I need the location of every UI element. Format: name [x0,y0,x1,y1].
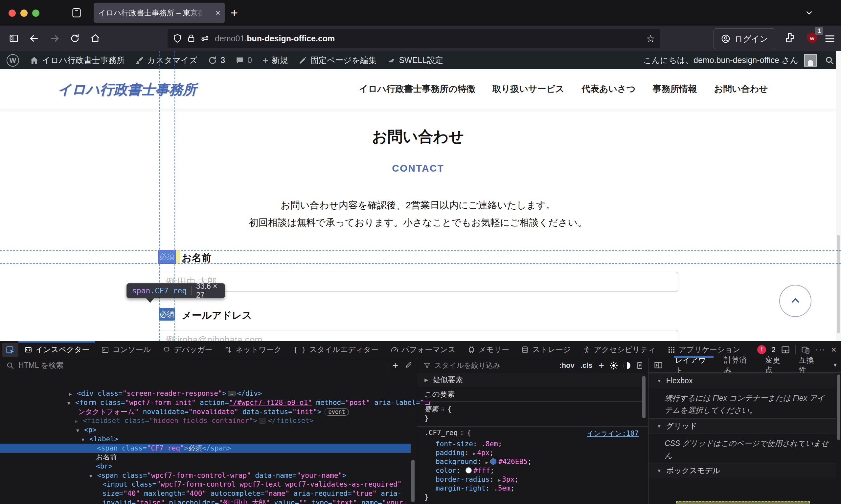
window-close-button[interactable] [8,10,16,17]
markup-line[interactable]: <input class="wpcf7-form-control wpcf7-t… [103,480,401,489]
scroll-to-top-button[interactable] [779,285,811,317]
browser-tab[interactable]: イロハ行政書士事務所 – 東京都港区の行 × [93,3,225,23]
devtools-close-icon[interactable]: × [831,344,836,355]
css-property[interactable]: background: ▶#426EB5; [435,458,532,466]
devtools-tab-performance[interactable]: パフォーマンス [385,341,462,358]
markup-line[interactable]: ▼<span class="wpcf7-form-control-wrap" d… [89,471,347,480]
page-scrollbar[interactable] [836,51,841,341]
devtools-tab-debugger[interactable]: デバッガー [157,341,218,358]
nav-item-features[interactable]: イロハ行政書士事務所の特徴 [359,83,475,95]
site-logo[interactable]: イロハ行政書士事務所 [57,80,196,99]
lock-icon[interactable] [187,34,196,43]
admin-updates[interactable]: 3 [203,51,230,69]
cf7-rule-selector[interactable]: .CF7_req⠿{ [425,429,471,437]
css-property[interactable]: border-radius: ▶3px; [435,475,519,483]
nav-item-services[interactable]: 取り扱いサービス [493,83,564,95]
layout-scrollbar-thumb[interactable] [837,374,840,440]
devtools-tab-console[interactable]: コンソール [95,341,157,358]
element-style-rule[interactable]: 要素⠿{ [425,404,452,414]
eyedropper-icon[interactable] [404,361,412,370]
window-minimize-button[interactable] [20,10,28,17]
markup-line[interactable]: お名前 [96,452,117,462]
markup-line[interactable]: ▶<div class="screen-reader-response">…</… [69,389,262,398]
bookmark-star-icon[interactable]: ☆ [646,33,655,44]
responsive-mode-icon[interactable] [801,345,810,354]
markup-line[interactable]: <br> [96,462,113,471]
admin-edit-page[interactable]: 固定ページを編集 [293,51,382,69]
hov-toggle[interactable]: :hov [559,361,574,370]
tab-computed[interactable]: 計算済み [724,358,753,373]
three-pane-toggle-icon[interactable] [653,361,663,370]
boxmodel-margin-box[interactable]: margin 0 [676,501,810,504]
styles-scrollbar-thumb[interactable] [642,376,646,418]
nav-item-greeting[interactable]: 代表あいさつ [582,83,636,95]
admin-greeting[interactable]: こんにちは、demo.bun-design-office さん [643,55,798,66]
reload-button[interactable] [67,31,83,46]
css-property[interactable]: margin-right: .5em; [435,484,514,492]
page-scrollbar-thumb[interactable] [837,235,840,334]
sidebar-toggle-icon[interactable] [6,31,22,46]
styles-scrollbar[interactable] [641,373,646,504]
stylesheet-link-inline[interactable]: インライン:107 [587,429,639,438]
dark-mode-icon[interactable] [622,361,631,370]
admin-customize[interactable]: カスタマイズ [130,51,203,69]
nav-item-office-info[interactable]: 事務所情報 [652,83,697,95]
boxmodel-section-header[interactable]: ▼ボックスモデル [649,463,836,478]
permissions-icon[interactable] [201,34,210,43]
home-button[interactable] [87,31,103,46]
print-media-icon[interactable] [636,361,643,370]
layout-scrollbar[interactable] [836,373,841,504]
html-search-input[interactable]: HTML を検索 [18,360,64,371]
cls-toggle[interactable]: .cls [581,361,593,370]
sidebar-tabs-overflow-icon[interactable]: ▼ [833,362,838,368]
markup-line[interactable]: ▶<fieldset class="hidden-fields-containe… [75,416,314,425]
admin-swell-settings[interactable]: SWELL設定 [382,51,448,69]
markup-scrollbar-thumb[interactable] [411,460,415,502]
name-input[interactable] [158,272,679,292]
back-button[interactable] [26,31,42,46]
color-swatch[interactable] [465,467,472,473]
firefox-view-icon[interactable] [71,7,82,18]
tab-overflow-chevron-icon[interactable] [804,8,814,18]
devtools-tab-network[interactable]: ネットワーク [219,341,288,358]
error-badge-icon[interactable]: ! [757,345,766,354]
markup-line[interactable]: ▼<p> [76,425,97,434]
tab-close-icon[interactable]: × [216,8,220,18]
email-input[interactable] [158,330,679,341]
devtools-tab-storage[interactable]: ストレージ [515,341,577,358]
styles-filter-input[interactable]: スタイルを絞り込み [434,361,501,371]
url-bar[interactable]: demo01.bun-design-office.com ☆ [168,29,660,48]
markup-line[interactable]: invalid="false" placeholder="例:田中 太郎" va… [103,498,407,504]
admin-search-icon[interactable] [825,55,835,65]
color-swatch[interactable] [490,458,496,465]
wp-logo-menu[interactable]: W [0,51,24,69]
markup-line[interactable]: ▼<form class="wpcf7-form init" action="/… [67,398,431,407]
flexbox-section-header[interactable]: ▼Flexbox [649,373,836,388]
admin-site-name[interactable]: イロハ行政書士事務所 [24,51,130,69]
tracking-shield-icon[interactable] [173,34,182,43]
firefox-account-login-button[interactable]: ログイン [714,28,775,49]
devtools-tab-inspector[interactable]: インスペクター [18,341,95,358]
nav-item-contact[interactable]: お問い合わせ [714,83,768,95]
window-zoom-button[interactable] [32,10,39,17]
admin-comments[interactable]: 0 [230,51,257,69]
markup-line-selected[interactable]: <span class="CF7_req">必須</span> [0,444,411,453]
forward-button[interactable] [47,31,63,46]
devtools-tab-accessibility[interactable]: アクセシビリティ [577,341,662,358]
css-property[interactable]: padding: ▶4px; [435,449,494,457]
new-tab-button[interactable]: + [230,6,238,20]
tab-layout[interactable]: レイアウト [675,358,712,373]
admin-new[interactable]: + 新規 [257,51,293,69]
markup-line[interactable]: ンタクトフォーム" novalidate="novalidate" data-s… [78,407,349,416]
add-node-button[interactable]: + [392,360,398,371]
markup-line[interactable]: size="40" maxlength="400" autocomplete="… [103,489,401,498]
avatar[interactable] [804,54,817,67]
markup-scrollbar[interactable] [411,373,415,504]
light-mode-icon[interactable] [610,361,618,370]
devtools-tab-memory[interactable]: メモリー [462,341,515,358]
grid-section-header[interactable]: ▼グリッド [649,418,836,433]
devtools-tab-style-editor[interactable]: { } スタイルエディター [288,341,384,358]
add-rule-button[interactable]: + [598,360,604,371]
pseudo-elements-row[interactable]: ▶疑似要素 [417,373,644,387]
menu-hamburger-icon[interactable] [825,34,835,44]
